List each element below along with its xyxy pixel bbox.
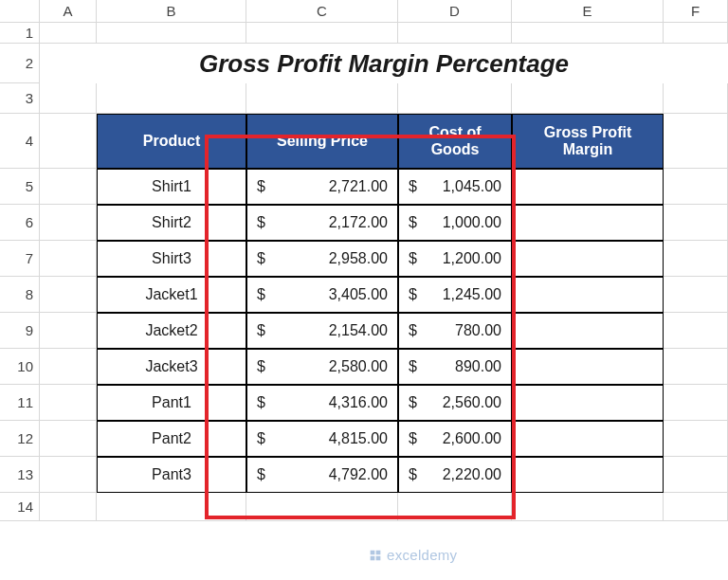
empty-cell[interactable] — [40, 114, 97, 169]
empty-cell[interactable] — [40, 169, 97, 205]
empty-cell[interactable] — [664, 169, 728, 205]
row-header[interactable]: 3 — [0, 83, 40, 114]
empty-cell[interactable] — [97, 23, 246, 44]
empty-cell[interactable] — [40, 349, 97, 385]
empty-cell[interactable] — [398, 493, 512, 521]
empty-cell[interactable] — [512, 23, 664, 44]
cell-product[interactable]: Pant1 — [97, 385, 246, 421]
empty-cell[interactable] — [246, 493, 398, 521]
cell-cost-of-goods[interactable]: $780.00 — [398, 313, 512, 349]
cell-cost-of-goods[interactable]: $1,045.00 — [398, 169, 512, 205]
cell-cost-of-goods[interactable]: $2,220.00 — [398, 457, 512, 493]
empty-cell[interactable] — [664, 421, 728, 457]
empty-cell[interactable] — [398, 83, 512, 114]
cell-cost-of-goods[interactable]: $1,245.00 — [398, 277, 512, 313]
cell-cost-of-goods[interactable]: $2,600.00 — [398, 421, 512, 457]
empty-cell[interactable] — [40, 385, 97, 421]
row-header[interactable]: 14 — [0, 493, 40, 521]
header-gross-profit-margin[interactable]: Gross Profit Margin — [512, 114, 664, 169]
empty-cell[interactable] — [512, 493, 664, 521]
empty-cell[interactable] — [40, 313, 97, 349]
empty-cell[interactable] — [664, 23, 728, 44]
empty-cell[interactable] — [40, 457, 97, 493]
cell-gross-profit-margin[interactable] — [512, 277, 664, 313]
corner-cell — [0, 0, 40, 23]
row-header[interactable]: 11 — [0, 385, 40, 421]
cell-product[interactable]: Shirt2 — [97, 205, 246, 241]
cell-selling-price[interactable]: $2,958.00 — [246, 241, 398, 277]
cell-cost-of-goods[interactable]: $2,560.00 — [398, 385, 512, 421]
column-header[interactable]: E — [512, 0, 664, 23]
cell-selling-price[interactable]: $2,154.00 — [246, 313, 398, 349]
row-header[interactable]: 7 — [0, 241, 40, 277]
row-header[interactable]: 6 — [0, 205, 40, 241]
empty-cell[interactable] — [664, 205, 728, 241]
cell-selling-price[interactable]: $4,792.00 — [246, 457, 398, 493]
cell-gross-profit-margin[interactable] — [512, 313, 664, 349]
cell-product[interactable]: Jacket2 — [97, 313, 246, 349]
empty-cell[interactable] — [664, 83, 728, 114]
cell-product[interactable]: Shirt3 — [97, 241, 246, 277]
row-header[interactable]: 8 — [0, 277, 40, 313]
cell-product[interactable]: Pant2 — [97, 421, 246, 457]
cell-selling-price[interactable]: $3,405.00 — [246, 277, 398, 313]
cell-gross-profit-margin[interactable] — [512, 241, 664, 277]
cell-cost-of-goods[interactable]: $1,000.00 — [398, 205, 512, 241]
column-header[interactable]: C — [246, 0, 398, 23]
cell-gross-profit-margin[interactable] — [512, 421, 664, 457]
row-header[interactable]: 2 — [0, 44, 40, 83]
cell-cost-of-goods[interactable]: $1,200.00 — [398, 241, 512, 277]
empty-cell[interactable] — [40, 493, 97, 521]
empty-cell[interactable] — [664, 114, 728, 169]
cell-gross-profit-margin[interactable] — [512, 457, 664, 493]
empty-cell[interactable] — [97, 83, 246, 114]
row-header[interactable]: 12 — [0, 421, 40, 457]
row-header[interactable]: 4 — [0, 114, 40, 169]
row-header[interactable]: 9 — [0, 313, 40, 349]
empty-cell[interactable] — [664, 385, 728, 421]
empty-cell[interactable] — [40, 83, 97, 114]
column-header[interactable]: B — [97, 0, 246, 23]
row-header[interactable]: 5 — [0, 169, 40, 205]
empty-cell[interactable] — [40, 23, 97, 44]
empty-cell[interactable] — [97, 493, 246, 521]
cell-gross-profit-margin[interactable] — [512, 385, 664, 421]
empty-cell[interactable] — [664, 313, 728, 349]
empty-cell[interactable] — [512, 83, 664, 114]
empty-cell[interactable] — [664, 493, 728, 521]
header-cost-of-goods[interactable]: Cost of Goods — [398, 114, 512, 169]
column-header[interactable]: F — [664, 0, 728, 23]
empty-cell[interactable] — [664, 241, 728, 277]
empty-cell[interactable] — [40, 241, 97, 277]
empty-cell[interactable] — [40, 421, 97, 457]
row-header[interactable]: 10 — [0, 349, 40, 385]
watermark-icon — [368, 548, 383, 563]
cell-product[interactable]: Jacket1 — [97, 277, 246, 313]
empty-cell[interactable] — [664, 277, 728, 313]
header-selling-price[interactable]: Selling Price — [246, 114, 398, 169]
empty-cell[interactable] — [246, 83, 398, 114]
cell-selling-price[interactable]: $4,815.00 — [246, 421, 398, 457]
column-header[interactable]: A — [40, 0, 97, 23]
cell-selling-price[interactable]: $2,172.00 — [246, 205, 398, 241]
empty-cell[interactable] — [246, 23, 398, 44]
empty-cell[interactable] — [40, 205, 97, 241]
empty-cell[interactable] — [40, 277, 97, 313]
cell-product[interactable]: Shirt1 — [97, 169, 246, 205]
empty-cell[interactable] — [398, 23, 512, 44]
empty-cell[interactable] — [664, 457, 728, 493]
cell-gross-profit-margin[interactable] — [512, 169, 664, 205]
cell-selling-price[interactable]: $2,721.00 — [246, 169, 398, 205]
row-header[interactable]: 1 — [0, 23, 40, 44]
cell-gross-profit-margin[interactable] — [512, 349, 664, 385]
column-header[interactable]: D — [398, 0, 512, 23]
cell-selling-price[interactable]: $2,580.00 — [246, 349, 398, 385]
cell-cost-of-goods[interactable]: $890.00 — [398, 349, 512, 385]
cell-gross-profit-margin[interactable] — [512, 205, 664, 241]
cell-product[interactable]: Pant3 — [97, 457, 246, 493]
empty-cell[interactable] — [664, 349, 728, 385]
cell-product[interactable]: Jacket3 — [97, 349, 246, 385]
header-product[interactable]: Product — [97, 114, 246, 169]
row-header[interactable]: 13 — [0, 457, 40, 493]
cell-selling-price[interactable]: $4,316.00 — [246, 385, 398, 421]
